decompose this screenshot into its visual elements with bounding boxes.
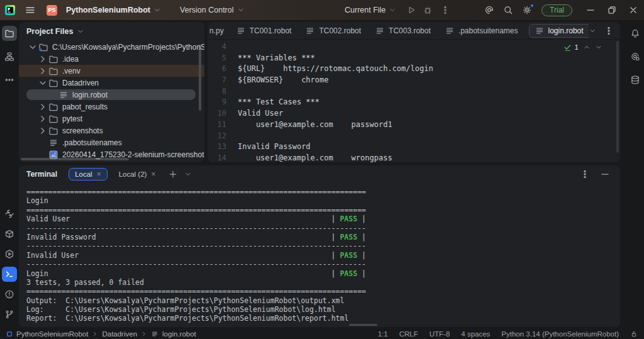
prev-problem-icon[interactable] <box>583 43 591 51</box>
vcs-widget[interactable]: Version Control <box>176 4 248 16</box>
editor-vertical-scrollbar[interactable] <box>616 41 619 153</box>
editor-tab-n-py[interactable]: n.py <box>208 22 229 40</box>
project-vertical-scrollbar[interactable] <box>199 45 201 111</box>
chevron-right-icon[interactable] <box>38 54 48 64</box>
line-number: 9 <box>208 97 226 108</box>
ai-assistant-icon[interactable] <box>484 5 494 15</box>
breadcrumb-folder[interactable]: Datadriven <box>102 330 137 338</box>
statusbar-widget-utf-8[interactable]: UTF-8 <box>430 330 450 338</box>
project-selector-label: PythonSeleniumRobot <box>66 6 150 14</box>
chevron-right-icon[interactable] <box>38 66 48 76</box>
robot-file-icon <box>48 138 58 148</box>
restore-icon <box>607 5 617 15</box>
window-close-button[interactable] <box>623 0 644 20</box>
project-selector[interactable]: PythonSeleniumRobot <box>62 4 165 16</box>
minimize-icon <box>586 5 596 15</box>
tool-window-button-more[interactable] <box>2 72 17 87</box>
line-number: 7 <box>208 75 226 86</box>
tool-window-button-project-folder[interactable] <box>2 26 17 41</box>
terminal-type-dropdown-icon[interactable] <box>184 170 192 178</box>
tab-label: TC001.robot <box>250 26 292 35</box>
tool-window-button-notifications[interactable] <box>628 26 643 41</box>
chevron-down-icon <box>237 6 245 14</box>
tree-item-login-robot[interactable]: login.robot <box>19 89 204 101</box>
pycharm-window: PS PythonSeleniumRobot Version Control C… <box>0 0 644 339</box>
robot-file-icon <box>58 90 69 100</box>
run-config-selector[interactable]: Current File <box>341 4 400 16</box>
terminal-output[interactable]: ========================================… <box>19 183 367 323</box>
project-tree: C:\Users\Kowsalya\PycharmProjects\Python… <box>19 41 204 160</box>
tree-item-pytest[interactable]: pytest <box>19 113 204 125</box>
search-icon[interactable] <box>503 5 513 15</box>
tab-close-icon[interactable]: × <box>97 170 101 178</box>
tree-item-screenshots[interactable]: screenshots <box>19 125 204 136</box>
statusbar-widgets: 1:1CRLFUTF-84 spacesPython 3.14 (PythonS… <box>378 330 638 338</box>
project-panel-header[interactable]: Project Files <box>19 22 204 41</box>
module-icon <box>6 331 13 337</box>
breadcrumb-file[interactable]: login.robot <box>162 330 196 338</box>
tab-list-dropdown-icon[interactable] <box>589 27 596 35</box>
inspection-ok-icon <box>563 42 573 52</box>
editor-tab-tc002-robot[interactable]: TC002.robot <box>298 22 368 40</box>
terminal-tab-local[interactable]: Local× <box>69 168 108 181</box>
tab-label: login.robot <box>548 26 584 35</box>
terminal-tab-local-2[interactable]: Local (2)× <box>113 168 162 181</box>
tree-item-label: login.robot <box>72 91 108 99</box>
terminal-test-result: Login| PASS | <box>26 269 366 278</box>
tree-item-venv[interactable]: .venv <box>19 65 204 77</box>
statusbar-widget-1-1[interactable]: 1:1 <box>378 330 388 338</box>
tool-window-button-services[interactable] <box>2 247 17 262</box>
terminal-horizontal-scrollbar[interactable] <box>349 324 377 326</box>
terminal-options-icon[interactable] <box>580 169 590 179</box>
tree-item-idea[interactable]: .idea <box>19 53 204 65</box>
next-problem-icon[interactable] <box>595 43 602 51</box>
editor-tab-tc001-robot[interactable]: TC001.robot <box>229 22 299 40</box>
tool-window-button-problems[interactable] <box>2 287 17 302</box>
tool-window-button-database[interactable] <box>628 72 643 87</box>
run-button[interactable] <box>406 5 416 15</box>
debug-button[interactable] <box>423 5 433 15</box>
tree-item-pabotsuitenames[interactable]: .pabotsuitenames <box>19 136 204 148</box>
tool-window-button-python-packages[interactable] <box>2 226 17 242</box>
terminal-hide-icon[interactable] <box>600 169 610 179</box>
new-terminal-icon[interactable] <box>168 169 178 179</box>
editor-tab-tc003-robot[interactable]: TC003.robot <box>368 22 438 40</box>
code-text: *** Variables *** <box>238 53 315 64</box>
editor-tab-login-robot[interactable]: login.robot× <box>529 24 589 38</box>
statusbar-widget-4-spaces[interactable]: 4 spaces <box>461 330 490 338</box>
more-run-options-icon[interactable] <box>440 5 450 15</box>
chevron-right-icon[interactable] <box>38 126 48 136</box>
tree-item-pabot-results[interactable]: pabot_results <box>19 101 204 113</box>
tool-window-button-terminal[interactable] <box>2 267 17 282</box>
editor-tab-pabotsuitenames[interactable]: .pabotsuitenames <box>438 22 525 40</box>
chevron-right-icon[interactable] <box>38 102 48 112</box>
trial-badge[interactable]: Trial <box>541 4 572 16</box>
tool-window-button-version-control[interactable] <box>2 307 17 322</box>
code-line: 4 <box>208 42 620 53</box>
chevron-right-icon[interactable] <box>38 114 48 124</box>
tree-item-datadriven[interactable]: Datadriven <box>19 77 204 89</box>
tab-label: TC003.robot <box>389 26 431 35</box>
breadcrumb-project[interactable]: PythonSeleniumRobot <box>16 330 88 338</box>
terminal-title[interactable]: Terminal <box>26 170 57 179</box>
lock-open-icon[interactable] <box>630 330 638 338</box>
terminal-line: Login <box>26 196 367 205</box>
tree-item-c-users-kowsalya-pycharmprojects-pythons[interactable]: C:\Users\Kowsalya\PycharmProjects\Python… <box>19 41 204 53</box>
chevron-down-icon[interactable] <box>38 78 48 88</box>
tool-window-button-structure[interactable] <box>2 49 17 64</box>
ai-assistant-icon <box>630 52 640 62</box>
inspection-widget[interactable]: 1 <box>563 42 602 52</box>
tab-options-icon[interactable] <box>604 26 614 36</box>
window-minimize-button[interactable] <box>580 0 601 20</box>
editor-content[interactable]: 45*** Variables ***6${URL} https://rotom… <box>208 40 620 162</box>
chevron-down-icon[interactable] <box>28 42 38 52</box>
window-restore-button[interactable] <box>601 0 623 20</box>
main-menu-icon[interactable] <box>25 5 35 15</box>
statusbar-widget-crlf[interactable]: CRLF <box>399 330 418 338</box>
statusbar-widget-python-3-14-pythonseleniumrobot[interactable]: Python 3.14 (PythonSeleniumRobot) <box>501 330 619 338</box>
line-number: 11 <box>208 119 226 131</box>
tool-window-button-python-console[interactable] <box>2 206 17 221</box>
tool-window-button-ai-assistant[interactable] <box>628 49 643 64</box>
tab-close-icon[interactable]: × <box>151 170 155 178</box>
tab-label: TC002.robot <box>319 26 361 35</box>
